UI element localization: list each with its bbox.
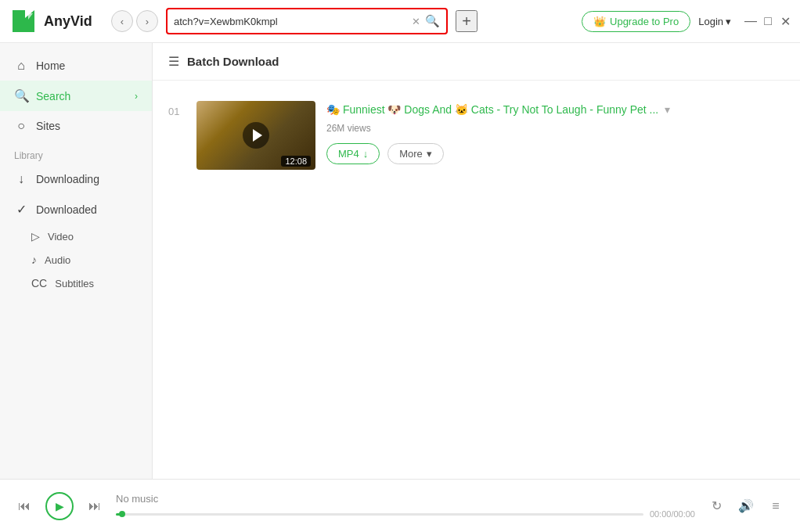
home-icon: ⌂	[14, 59, 28, 73]
sites-icon: ○	[14, 119, 28, 133]
more-label: More	[399, 148, 423, 160]
sidebar-item-sites[interactable]: ○ Sites	[0, 111, 152, 141]
result-number: 01	[168, 101, 186, 117]
progress-dot	[119, 511, 125, 517]
play-pause-button[interactable]: ▶	[45, 492, 74, 520]
logo-area: AnyVid	[9, 7, 103, 35]
action-buttons: MP4 ↓ More ▾	[326, 143, 784, 164]
duration-badge: 12:08	[281, 156, 311, 167]
time-display: 00:00/00:00	[650, 509, 695, 519]
nav-forward-button[interactable]: ›	[136, 10, 158, 32]
clear-icon[interactable]: ✕	[412, 16, 420, 27]
video-title: 🎭 Funniest 🐶 Dogs And 🐱 Cats - Try Not T…	[326, 102, 784, 118]
batch-download-title: Batch Download	[187, 55, 279, 68]
video-info: 🎭 Funniest 🐶 Dogs And 🐱 Cats - Try Not T…	[326, 101, 784, 164]
upgrade-icon: 👑	[593, 16, 606, 27]
result-item: 01 12:08 🎭 Funniest 🐶 Dogs And 🐱 Cats - …	[168, 93, 784, 178]
sidebar: ⌂ Home 🔍 Search › ○ Sites Library ↓ Down…	[0, 43, 153, 479]
nav-buttons: ‹ ›	[111, 10, 158, 32]
more-button[interactable]: More ▾	[387, 143, 444, 164]
audio-icon: ♪	[31, 253, 37, 266]
video-icon: ▷	[31, 230, 40, 243]
add-button[interactable]: +	[456, 10, 477, 32]
play-icon	[253, 129, 262, 142]
library-label: Library	[0, 141, 152, 164]
downloading-icon: ↓	[14, 172, 28, 186]
player-track-title: No music	[116, 493, 695, 505]
app-title: AnyVid	[44, 13, 92, 30]
main-area: ⌂ Home 🔍 Search › ○ Sites Library ↓ Down…	[0, 43, 800, 479]
sidebar-item-subtitles[interactable]: CC Subtitles	[0, 271, 152, 295]
chevron-down-icon: ▾	[726, 16, 731, 27]
title-dropdown-icon[interactable]: ▾	[665, 102, 670, 118]
play-overlay[interactable]	[243, 122, 269, 149]
prev-button[interactable]: ⏮	[13, 494, 36, 518]
sidebar-item-search[interactable]: 🔍 Search ›	[0, 81, 152, 111]
video-thumbnail[interactable]: 12:08	[196, 101, 315, 170]
batch-download-header: ☰ Batch Download	[153, 43, 800, 81]
results-area: 01 12:08 🎭 Funniest 🐶 Dogs And 🐱 Cats - …	[153, 81, 800, 479]
player-info: No music 00:00/00:00	[116, 493, 695, 519]
nav-back-button[interactable]: ‹	[111, 10, 133, 32]
login-button[interactable]: Login ▾	[698, 16, 731, 27]
close-button[interactable]: ✕	[780, 16, 791, 27]
video-views: 26M views	[326, 123, 784, 134]
player-bar: ⏮ ▶ ⏭ No music 00:00/00:00 ↻ 🔊 ≡	[0, 479, 800, 532]
sidebar-item-downloaded[interactable]: ✓ Downloaded	[0, 194, 152, 225]
mp4-label: MP4	[338, 148, 359, 160]
next-button[interactable]: ⏭	[83, 494, 106, 518]
sidebar-item-home[interactable]: ⌂ Home	[0, 51, 152, 81]
content-area: ☰ Batch Download 01 12:08 🎭 Funniest 🐶 D…	[153, 43, 800, 479]
maximize-button[interactable]: □	[762, 16, 773, 27]
upgrade-button[interactable]: 👑 Upgrade to Pro	[582, 11, 690, 32]
window-controls: — □ ✕	[745, 16, 791, 27]
search-nav-icon: 🔍	[14, 88, 28, 103]
search-icon[interactable]: 🔍	[425, 14, 440, 28]
logo-icon	[9, 7, 38, 35]
playlist-button[interactable]: ≡	[764, 494, 787, 518]
progress-area: 00:00/00:00	[116, 509, 695, 519]
batch-icon: ☰	[168, 54, 179, 69]
search-input[interactable]	[174, 16, 407, 27]
search-bar: ✕ 🔍	[166, 8, 448, 34]
repeat-button[interactable]: ↻	[705, 494, 728, 518]
sidebar-item-video[interactable]: ▷ Video	[0, 225, 152, 248]
download-icon: ↓	[363, 148, 369, 160]
progress-bar[interactable]	[116, 513, 643, 516]
mp4-download-button[interactable]: MP4 ↓	[326, 143, 380, 164]
minimize-button[interactable]: —	[745, 16, 756, 27]
more-chevron-icon: ▾	[427, 148, 432, 160]
chevron-right-icon: ›	[135, 91, 138, 102]
titlebar: AnyVid ‹ › ✕ 🔍 + 👑 Upgrade to Pro Login …	[0, 0, 800, 43]
volume-button[interactable]: 🔊	[734, 494, 758, 518]
sidebar-item-audio[interactable]: ♪ Audio	[0, 248, 152, 271]
upgrade-label: Upgrade to Pro	[610, 16, 679, 27]
subtitles-icon: CC	[31, 277, 47, 289]
sidebar-item-downloading[interactable]: ↓ Downloading	[0, 164, 152, 194]
player-extras: ↻ 🔊 ≡	[705, 494, 787, 518]
downloaded-icon: ✓	[14, 202, 28, 217]
